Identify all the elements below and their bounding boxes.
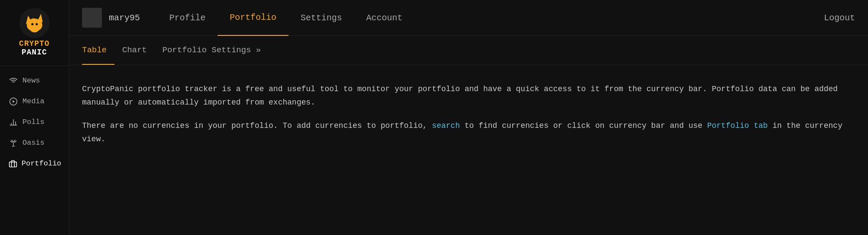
sidebar-item-portfolio-label: Portfolio bbox=[22, 159, 61, 168]
bar-chart-icon bbox=[9, 118, 18, 127]
subtabs: Table Chart Portfolio Settings » bbox=[69, 36, 868, 65]
sidebar-item-polls[interactable]: Polls bbox=[0, 112, 69, 133]
sidebar-logo: CRYPTO PANIC bbox=[0, 0, 69, 66]
portfolio-tab-link[interactable]: Portfolio tab bbox=[707, 121, 767, 130]
topbar-nav-settings[interactable]: Settings bbox=[288, 0, 354, 36]
logo-crypto: CRYPTO bbox=[19, 40, 50, 48]
sidebar-item-oasis-label: Oasis bbox=[22, 139, 44, 147]
portfolio-content: CryptoPanic portfolio tracker is a free … bbox=[69, 65, 868, 235]
svg-rect-14 bbox=[10, 162, 17, 167]
logo-panic: PANIC bbox=[19, 48, 50, 57]
sidebar-item-polls-label: Polls bbox=[22, 118, 44, 126]
topbar-nav: Profile Portfolio Settings Account bbox=[157, 0, 824, 36]
wifi-icon bbox=[9, 76, 18, 85]
tab-portfolio-settings[interactable]: Portfolio Settings » bbox=[155, 35, 269, 65]
sidebar-nav: News Media Polls bbox=[0, 70, 69, 174]
sidebar-item-media[interactable]: Media bbox=[0, 91, 69, 112]
no-currencies-paragraph: There are no currencies in your portfoli… bbox=[82, 119, 855, 146]
avatar bbox=[82, 8, 102, 28]
main-content: mary95 Profile Portfolio Settings Accoun… bbox=[69, 0, 868, 235]
sidebar-item-oasis[interactable]: Oasis bbox=[0, 133, 69, 153]
tab-chart[interactable]: Chart bbox=[114, 35, 155, 65]
sidebar-item-news-label: News bbox=[22, 76, 40, 85]
topbar-username: mary95 bbox=[109, 13, 140, 23]
svg-point-5 bbox=[31, 23, 33, 25]
logo-icon bbox=[19, 8, 50, 38]
topbar-nav-portfolio[interactable]: Portfolio bbox=[218, 0, 288, 36]
tab-table[interactable]: Table bbox=[82, 35, 114, 65]
no-currencies-text-before: There are no currencies in your portfoli… bbox=[82, 121, 432, 130]
briefcase-icon bbox=[9, 159, 17, 168]
search-link[interactable]: search bbox=[432, 121, 460, 130]
play-icon bbox=[9, 97, 18, 106]
topbar-nav-profile[interactable]: Profile bbox=[157, 0, 218, 36]
topbar-nav-account[interactable]: Account bbox=[354, 0, 415, 36]
logout-button[interactable]: Logout bbox=[824, 13, 855, 23]
svg-point-6 bbox=[35, 23, 38, 25]
svg-point-4 bbox=[30, 26, 39, 32]
sidebar-item-portfolio[interactable]: Portfolio bbox=[0, 153, 69, 174]
no-currencies-text-middle: to find currencies or click on currency … bbox=[460, 121, 707, 130]
svg-marker-9 bbox=[13, 100, 15, 103]
sidebar-item-news[interactable]: News bbox=[0, 70, 69, 91]
description-paragraph: CryptoPanic portfolio tracker is a free … bbox=[82, 83, 855, 109]
topbar: mary95 Profile Portfolio Settings Accoun… bbox=[69, 0, 868, 36]
sidebar-item-media-label: Media bbox=[22, 97, 44, 105]
logo-text: CRYPTO PANIC bbox=[19, 40, 50, 57]
sidebar: CRYPTO PANIC News bbox=[0, 0, 69, 235]
palm-icon bbox=[9, 139, 18, 147]
